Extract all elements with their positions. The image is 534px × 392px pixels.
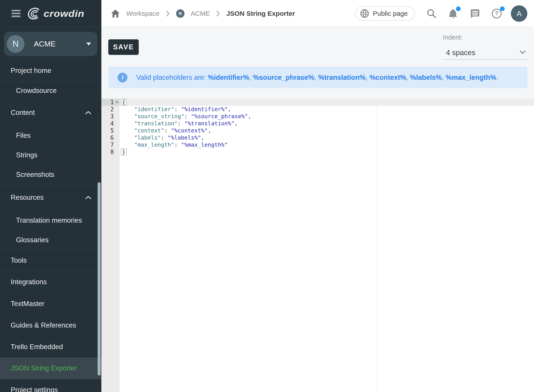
- help-dot: [500, 6, 505, 11]
- info-banner: i Valid placeholders are: %identifier%, …: [108, 67, 527, 88]
- breadcrumb-workspace[interactable]: Workspace: [126, 10, 160, 17]
- code-line[interactable]: 6 "labels": "%labels%",: [101, 134, 534, 141]
- code-line[interactable]: 5 "context": "%context%",: [101, 127, 534, 134]
- sidebar-item-textmaster[interactable]: TextMaster: [0, 293, 101, 314]
- line-number: 2: [101, 106, 120, 113]
- sidebar-item-integrations[interactable]: Integrations: [0, 271, 101, 293]
- messages-chat-icon[interactable]: [469, 9, 480, 19]
- project-name: ACME: [34, 40, 56, 48]
- code-line[interactable]: 4 "translation": "%translation%",: [101, 120, 534, 127]
- sidebar-item-json-string-exporter[interactable]: JSON String Exporter: [0, 358, 101, 379]
- logo-block: crowdin: [0, 0, 101, 27]
- line-content: "translation": "%translation%",: [120, 120, 534, 127]
- sidebar-item-translation-memories[interactable]: Translation memories: [0, 211, 101, 230]
- code-line[interactable]: 7 "max_length": "%max_length%": [101, 141, 534, 149]
- indent-label: Indent:: [443, 34, 527, 41]
- line-content: "source_string": "%source_phrase%",: [120, 113, 534, 120]
- line-number: 1: [101, 99, 120, 106]
- chevron-up-icon[interactable]: [85, 110, 92, 115]
- public-page-button[interactable]: Public page: [356, 6, 415, 21]
- sidebar-item-screenshots[interactable]: Screenshots: [0, 165, 101, 184]
- line-number: 5: [101, 127, 120, 134]
- crowdin-logo[interactable]: crowdin: [28, 6, 84, 21]
- indent-select[interactable]: 4 spaces: [443, 46, 527, 60]
- chevron-down-icon: [519, 50, 526, 55]
- sidebar-separator: [0, 56, 101, 60]
- help-icon[interactable]: ?: [491, 8, 502, 19]
- triangle-down-icon: [86, 42, 91, 45]
- sidebar-item-content[interactable]: Content: [0, 100, 101, 126]
- project-avatar: N: [7, 35, 24, 53]
- search-icon[interactable]: [426, 9, 437, 19]
- code-line[interactable]: 8 }: [101, 149, 534, 156]
- fold-triangle-icon[interactable]: [115, 101, 118, 103]
- globe-icon: [360, 9, 369, 18]
- sidebar-item-files[interactable]: Files: [0, 126, 101, 145]
- code-lines: 1 { 2 "identifier": "%identifier%", 3 "s…: [101, 99, 534, 156]
- breadcrumb-project-badge: N: [176, 9, 184, 18]
- sidebar-scrollbar[interactable]: [98, 182, 101, 376]
- sidebar-item-guides-references[interactable]: Guides & References: [0, 314, 101, 336]
- line-content: "max_length": "%max_length%": [120, 141, 534, 149]
- sidebar: N ACME Project home Crowdsource Content …: [0, 27, 101, 392]
- sidebar-item-trello-embedded[interactable]: Trello Embedded: [0, 336, 101, 358]
- main-content: SAVE Indent: 4 spaces i Valid placeholde…: [101, 27, 534, 392]
- info-icon: i: [118, 73, 127, 82]
- line-number: 7: [101, 141, 120, 149]
- breadcrumb: Workspace N ACME JSON String Exporter: [111, 0, 295, 27]
- line-content: "context": "%context%",: [120, 127, 534, 134]
- line-content: {: [120, 99, 534, 106]
- header-actions: Public page: [356, 0, 527, 27]
- crowdin-wordmark: crowdin: [44, 8, 84, 19]
- notifications-bell-icon[interactable]: [448, 8, 458, 19]
- code-line[interactable]: 2 "identifier": "%identifier%",: [101, 106, 534, 113]
- public-page-label: Public page: [373, 10, 408, 17]
- project-selector[interactable]: N ACME: [4, 32, 97, 56]
- line-content: }: [120, 149, 534, 156]
- breadcrumb-current-page: JSON String Exporter: [226, 10, 295, 17]
- crowdin-swirl-icon: [28, 6, 42, 21]
- notification-dot: [456, 6, 461, 11]
- line-content: "labels": "%labels%",: [120, 134, 534, 141]
- home-icon[interactable]: [111, 9, 120, 18]
- sidebar-item-glossaries[interactable]: Glossaries: [0, 230, 101, 250]
- svg-text:?: ?: [495, 10, 499, 17]
- sidebar-item-project-home[interactable]: Project home: [0, 60, 101, 82]
- line-number: 4: [101, 120, 120, 127]
- chevron-up-icon[interactable]: [85, 195, 92, 200]
- save-button[interactable]: SAVE: [108, 39, 139, 55]
- sidebar-item-project-settings[interactable]: Project settings: [0, 379, 101, 392]
- code-line[interactable]: 3 "source_string": "%source_phrase%",: [101, 113, 534, 120]
- user-avatar[interactable]: A: [511, 5, 527, 22]
- indent-setting: Indent: 4 spaces: [443, 34, 527, 60]
- code-editor[interactable]: 1 { 2 "identifier": "%identifier%", 3 "s…: [101, 99, 534, 392]
- indent-value: 4 spaces: [446, 48, 475, 57]
- app-header: crowdin Workspace N ACME JSON String Exp…: [0, 0, 534, 27]
- sidebar-item-crowdsource[interactable]: Crowdsource: [0, 82, 101, 100]
- sidebar-item-resources[interactable]: Resources: [0, 184, 101, 211]
- sidebar-nav: Project home Crowdsource Content Files S…: [0, 60, 101, 392]
- line-number: 6: [101, 134, 120, 141]
- hamburger-menu-icon[interactable]: [12, 10, 20, 17]
- chevron-right-icon: [216, 10, 220, 17]
- breadcrumb-project[interactable]: ACME: [191, 10, 210, 17]
- chevron-right-icon: [166, 10, 170, 17]
- line-number: 3: [101, 113, 120, 120]
- line-number: 8: [101, 149, 120, 156]
- sidebar-item-strings[interactable]: Strings: [0, 145, 101, 165]
- code-line[interactable]: 1 {: [101, 99, 534, 106]
- line-content: "identifier": "%identifier%",: [120, 106, 534, 113]
- banner-text: Valid placeholders are: %identifier%, %s…: [136, 74, 498, 82]
- sidebar-item-tools[interactable]: Tools: [0, 250, 101, 271]
